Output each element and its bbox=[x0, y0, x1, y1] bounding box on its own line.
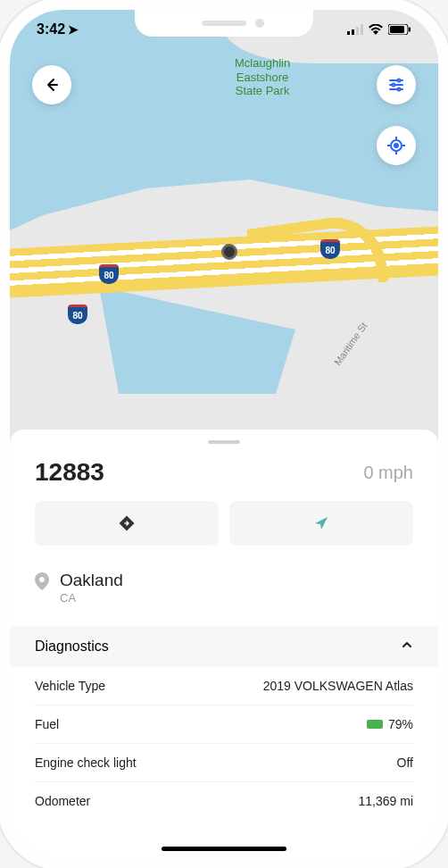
vehicle-header: 12883 0 mph bbox=[10, 458, 438, 501]
crosshair-icon bbox=[386, 136, 406, 155]
front-camera bbox=[255, 19, 264, 28]
fuel-level-icon bbox=[367, 720, 383, 729]
vehicle-id: 12883 bbox=[35, 458, 104, 487]
svg-rect-5 bbox=[390, 26, 404, 33]
bottom-sheet[interactable]: 12883 0 mph Oakland CA bbox=[10, 430, 438, 858]
action-buttons bbox=[10, 501, 438, 571]
diag-label: Vehicle Type bbox=[35, 679, 105, 693]
diagnostics-list: Vehicle Type 2019 VOLKSWAGEN Atlas Fuel … bbox=[10, 667, 438, 820]
svg-rect-0 bbox=[347, 31, 350, 35]
phone-frame: 3:42 ➤ Mclaughl bbox=[10, 10, 438, 858]
directions-icon bbox=[118, 514, 136, 532]
vehicle-location-pin-icon bbox=[221, 244, 237, 260]
diag-label: Fuel bbox=[35, 717, 59, 731]
diag-row-fuel: Fuel 79% bbox=[35, 705, 413, 744]
status-left: 3:42 ➤ bbox=[37, 21, 79, 38]
svg-rect-1 bbox=[352, 29, 354, 35]
map-park-label: Mclaughlin Eastshore State Park bbox=[235, 56, 290, 98]
home-indicator[interactable] bbox=[162, 847, 286, 851]
back-button[interactable] bbox=[32, 65, 71, 104]
diag-row-engine-check: Engine check light Off bbox=[35, 744, 413, 782]
diag-value: 2019 VOLKSWAGEN Atlas bbox=[263, 679, 413, 693]
svg-rect-2 bbox=[356, 27, 359, 35]
location-city: Oakland bbox=[60, 571, 123, 590]
phone-notch bbox=[135, 10, 313, 37]
navigation-arrow-icon bbox=[313, 515, 329, 531]
fuel-percent: 79% bbox=[388, 717, 413, 731]
status-time: 3:42 bbox=[37, 21, 65, 38]
speaker-grille bbox=[202, 21, 246, 26]
locate-me-button[interactable] bbox=[377, 126, 416, 165]
svg-point-11 bbox=[393, 84, 395, 87]
map-view[interactable]: Mclaughlin Eastshore State Park Maritime… bbox=[10, 10, 438, 447]
park-label-line: Eastshore bbox=[235, 71, 290, 85]
diagnostics-toggle[interactable]: Diagnostics bbox=[10, 626, 438, 667]
location-services-icon: ➤ bbox=[68, 22, 79, 37]
cellular-signal-icon bbox=[347, 24, 363, 35]
location-pin-icon bbox=[35, 572, 49, 594]
status-right bbox=[347, 24, 411, 35]
diag-value: Off bbox=[397, 755, 413, 770]
location-state: CA bbox=[60, 591, 123, 605]
highway-shield-icon: 80 bbox=[99, 264, 119, 284]
highway-shield-icon: 80 bbox=[68, 305, 87, 324]
diag-row-vehicle-type: Vehicle Type 2019 VOLKSWAGEN Atlas bbox=[35, 667, 413, 705]
park-label-line: Mclaughlin bbox=[235, 56, 290, 71]
location-row: Oakland CA bbox=[10, 571, 438, 626]
screen: 3:42 ➤ Mclaughl bbox=[10, 10, 438, 858]
svg-rect-6 bbox=[409, 28, 411, 32]
diag-value: 79% bbox=[367, 717, 413, 731]
svg-point-14 bbox=[394, 143, 399, 148]
vehicle-speed: 0 mph bbox=[363, 463, 413, 483]
highway-shield-icon: 80 bbox=[320, 239, 340, 259]
diag-value: 11,369 mi bbox=[359, 794, 413, 808]
svg-point-10 bbox=[398, 79, 401, 82]
diag-label: Odometer bbox=[35, 794, 90, 808]
navigate-button[interactable] bbox=[229, 501, 413, 546]
svg-rect-3 bbox=[361, 24, 363, 35]
diag-row-odometer: Odometer 11,369 mi bbox=[35, 782, 413, 820]
arrow-left-icon bbox=[43, 76, 61, 94]
svg-point-12 bbox=[398, 88, 401, 91]
park-label-line: State Park bbox=[235, 84, 290, 98]
wifi-icon bbox=[369, 24, 383, 35]
filter-button[interactable] bbox=[377, 65, 416, 104]
directions-button[interactable] bbox=[35, 501, 219, 546]
sheet-drag-handle[interactable] bbox=[208, 440, 240, 444]
diag-label: Engine check light bbox=[35, 755, 137, 770]
location-text: Oakland CA bbox=[60, 571, 123, 605]
battery-icon bbox=[388, 24, 411, 35]
diagnostics-title: Diagnostics bbox=[35, 638, 109, 655]
chevron-up-icon bbox=[401, 638, 413, 655]
sliders-icon bbox=[387, 76, 405, 94]
